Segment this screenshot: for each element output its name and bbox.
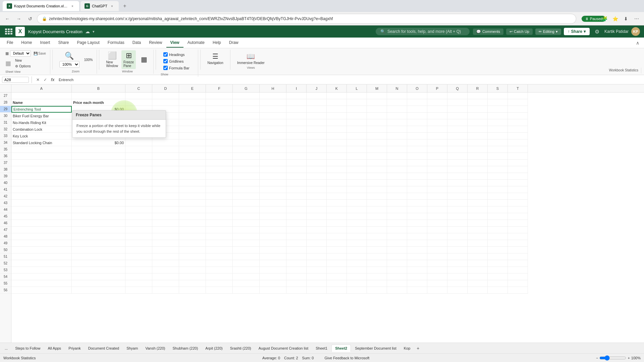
cell-27-p[interactable] (427, 93, 447, 99)
zoom-in-icon[interactable]: + (628, 356, 630, 360)
cell-34-m[interactable] (367, 139, 387, 146)
cell-34-t[interactable] (508, 139, 528, 146)
cell-53-o[interactable] (407, 267, 427, 274)
cell-43-j[interactable] (307, 200, 327, 206)
cell-47-d[interactable] (152, 227, 179, 233)
cell-39-k[interactable] (327, 173, 347, 180)
cell-47-m[interactable] (367, 227, 387, 233)
sheet-tab-allapps[interactable]: All Apps (44, 345, 64, 352)
cell-35-o[interactable] (407, 146, 427, 153)
cell-35-i[interactable] (286, 146, 307, 153)
cell-55-b[interactable] (72, 280, 125, 287)
cell-36-l[interactable] (347, 153, 367, 160)
cell-56-b[interactable] (72, 287, 125, 294)
cell-36-i[interactable] (286, 153, 307, 160)
cell-32-k[interactable] (327, 126, 347, 133)
cell-42-t[interactable] (508, 193, 528, 200)
cell-36-s[interactable] (488, 153, 508, 160)
cell-52-l[interactable] (347, 260, 367, 267)
tab-review[interactable]: Review (145, 38, 166, 48)
cell-42-h[interactable] (260, 193, 286, 200)
cell-49-j[interactable] (307, 240, 327, 247)
cell-42-e[interactable] (179, 193, 206, 200)
cell-35-k[interactable] (327, 146, 347, 153)
cell-35-t[interactable] (508, 146, 528, 153)
cell-35-l[interactable] (347, 146, 367, 153)
cell-40-l[interactable] (347, 180, 367, 186)
cell-33-m[interactable] (367, 133, 387, 139)
cell-39-s[interactable] (488, 173, 508, 180)
cell-39-n[interactable] (387, 173, 407, 180)
cell-30-f[interactable] (206, 113, 233, 119)
cell-45-c[interactable] (125, 213, 152, 220)
cell-37-e[interactable] (179, 160, 206, 166)
cell-41-r[interactable] (468, 186, 488, 193)
cell-28-c[interactable] (125, 99, 152, 106)
forward-button[interactable]: → (14, 14, 23, 23)
cell-44-j[interactable] (307, 206, 327, 213)
cell-37-d[interactable] (152, 160, 179, 166)
cell-33-l[interactable] (347, 133, 367, 139)
cell-54-k[interactable] (327, 274, 347, 280)
cell-38-d[interactable] (152, 166, 179, 173)
cell-30-q[interactable] (447, 113, 468, 119)
chatgpt-tab-close[interactable]: × (109, 3, 115, 9)
cell-29-r[interactable] (468, 106, 488, 113)
cell-44-g[interactable] (233, 206, 260, 213)
cell-38-f[interactable] (206, 166, 233, 173)
cell-38-a[interactable] (11, 166, 72, 173)
cell-40-r[interactable] (468, 180, 488, 186)
cell-34-g[interactable] (233, 139, 260, 146)
cell-54-i[interactable] (286, 274, 307, 280)
cell-41-p[interactable] (427, 186, 447, 193)
cell-34-j[interactable] (307, 139, 327, 146)
cell-37-t[interactable] (508, 160, 528, 166)
sheet-tab-doccreated[interactable]: Document Created (85, 345, 122, 352)
cell-48-i[interactable] (286, 233, 307, 240)
cell-43-h[interactable] (260, 200, 286, 206)
cell-52-j[interactable] (307, 260, 327, 267)
cell-44-s[interactable] (488, 206, 508, 213)
cell-45-e[interactable] (179, 213, 206, 220)
cell-36-a[interactable] (11, 153, 72, 160)
cell-44-p[interactable] (427, 206, 447, 213)
cell-40-h[interactable] (260, 180, 286, 186)
cell-36-p[interactable] (427, 153, 447, 160)
function-icon[interactable]: fx (49, 76, 56, 83)
cell-32-r[interactable] (468, 126, 488, 133)
cell-42-f[interactable] (206, 193, 233, 200)
cell-36-b[interactable] (72, 153, 125, 160)
cell-40-g[interactable] (233, 180, 260, 186)
cell-29-a[interactable]: Entrenching Tool (11, 106, 72, 113)
cell-33-o[interactable] (407, 133, 427, 139)
cell-44-i[interactable] (286, 206, 307, 213)
cell-34-h[interactable] (260, 139, 286, 146)
cell-52-f[interactable] (206, 260, 233, 267)
cell-43-r[interactable] (468, 200, 488, 206)
cell-36-m[interactable] (367, 153, 387, 160)
tab-automate[interactable]: Automate (183, 38, 209, 48)
cell-28-f[interactable] (206, 99, 233, 106)
cell-48-p[interactable] (427, 233, 447, 240)
cell-49-h[interactable] (260, 240, 286, 247)
cell-46-f[interactable] (206, 220, 233, 227)
cell-46-h[interactable] (260, 220, 286, 227)
app-grid-button[interactable] (4, 27, 12, 36)
cell-46-c[interactable] (125, 220, 152, 227)
cell-31-n[interactable] (387, 119, 407, 126)
cell-55-n[interactable] (387, 280, 407, 287)
cell-48-k[interactable] (327, 233, 347, 240)
cell-56-l[interactable] (347, 287, 367, 294)
cell-30-s[interactable] (488, 113, 508, 119)
cell-51-s[interactable] (488, 253, 508, 260)
cell-31-q[interactable] (447, 119, 468, 126)
cell-34-c[interactable] (125, 139, 152, 146)
cell-48-s[interactable] (488, 233, 508, 240)
cell-54-g[interactable] (233, 274, 260, 280)
cell-37-r[interactable] (468, 160, 488, 166)
cell-42-l[interactable] (347, 193, 367, 200)
cell-45-h[interactable] (260, 213, 286, 220)
cell-51-m[interactable] (367, 253, 387, 260)
gridlines-checkbox-item[interactable]: Gridlines (162, 58, 191, 64)
cell-50-t[interactable] (508, 247, 528, 253)
